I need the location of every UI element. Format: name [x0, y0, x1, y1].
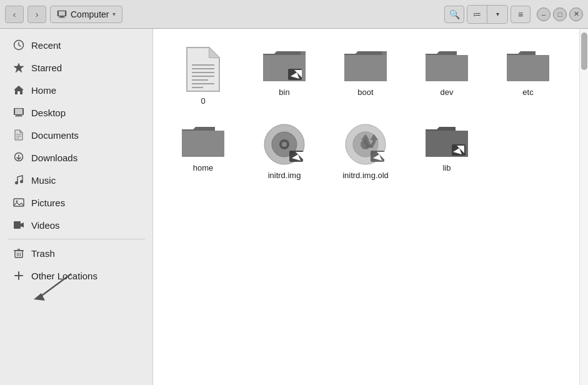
folder-etc-icon [506, 46, 551, 84]
svg-point-18 [16, 201, 18, 202]
svg-rect-17 [14, 199, 24, 206]
sidebar-item-videos[interactable]: Videos [2, 214, 150, 236]
sidebar: Recent Starred Home [0, 29, 153, 385]
svg-point-15 [15, 181, 18, 184]
sidebar-item-recent[interactable]: Recent [2, 34, 150, 56]
svg-rect-9 [15, 116, 22, 117]
svg-rect-3 [59, 17, 65, 18]
file-item-dev[interactable]: dev [409, 41, 484, 111]
svg-marker-5 [14, 63, 24, 72]
sidebar-label-downloads: Downloads [31, 152, 77, 163]
sidebar-label-other-locations: Other Locations [31, 271, 97, 281]
folder-bin-label: bin [279, 88, 289, 97]
folder-bin-icon [262, 46, 307, 84]
folder-home-icon [181, 122, 226, 159]
sidebar-label-home: Home [31, 85, 56, 96]
svg-rect-45 [182, 131, 224, 157]
list-view-icon: ≔ [473, 9, 481, 19]
close-button[interactable]: ✕ [569, 8, 583, 21]
svg-rect-43 [426, 55, 468, 81]
svg-marker-6 [14, 86, 24, 94]
sidebar-item-starred[interactable]: Starred [2, 56, 150, 79]
view-toggle-group: ≔ ▾ [467, 5, 508, 24]
file-item-lib[interactable]: lib [409, 117, 484, 185]
sidebar-divider [7, 239, 145, 239]
trash-icon [12, 247, 25, 259]
main-content: Recent Starred Home [0, 29, 588, 385]
folder-lib-icon [424, 122, 469, 159]
sidebar-item-trash[interactable]: Trash [2, 242, 150, 264]
sidebar-label-recent: Recent [31, 40, 61, 51]
location-button[interactable]: Computer ▾ [50, 6, 122, 23]
folder-etc-label: etc [522, 88, 533, 97]
file-item-initrd[interactable]: initrd.img [247, 117, 322, 185]
downloads-icon [12, 151, 25, 164]
pictures-icon [12, 196, 25, 209]
sidebar-item-documents[interactable]: Documents [2, 124, 150, 146]
view-dropdown-button[interactable]: ▾ [487, 6, 507, 23]
file-0-icon [184, 46, 222, 92]
file-item-home[interactable]: home [166, 117, 241, 185]
scrollbar[interactable] [579, 29, 588, 385]
folder-boot-label: boot [357, 88, 373, 97]
location-dropdown-icon: ▾ [112, 11, 116, 18]
file-item-bin[interactable]: bin [247, 41, 322, 111]
sidebar-item-downloads[interactable]: Downloads [2, 146, 150, 169]
folder-home-label: home [193, 163, 214, 172]
hamburger-icon: ≡ [518, 9, 523, 19]
svg-marker-30 [34, 293, 45, 301]
svg-rect-19 [14, 221, 21, 229]
svg-rect-2 [60, 16, 64, 18]
view-dropdown-icon: ▾ [496, 11, 499, 18]
sidebar-item-music[interactable]: Music [2, 169, 150, 191]
documents-icon [12, 129, 25, 141]
sidebar-label-videos: Videos [31, 220, 60, 231]
sidebar-item-desktop[interactable]: Desktop [2, 101, 150, 124]
location-label: Computer [71, 9, 109, 19]
file-area: 0 bin [153, 29, 579, 385]
music-icon [12, 174, 25, 186]
file-item-0[interactable]: 0 [166, 41, 241, 111]
disk-initrd-old-icon [343, 122, 388, 167]
file-0-label: 0 [201, 96, 205, 106]
svg-marker-20 [21, 222, 24, 228]
folder-lib-label: lib [442, 163, 451, 172]
svg-point-49 [282, 142, 287, 147]
search-button[interactable]: 🔍 [444, 6, 464, 23]
sidebar-label-starred: Starred [31, 62, 62, 73]
list-view-button[interactable]: ≔ [467, 6, 487, 23]
sidebar-label-documents: Documents [31, 130, 79, 141]
videos-icon [12, 219, 25, 231]
menu-button[interactable]: ≡ [511, 6, 531, 23]
plus-icon [12, 269, 25, 282]
svg-rect-10 [15, 109, 22, 114]
search-icon: 🔍 [449, 9, 460, 19]
sidebar-label-pictures: Pictures [31, 198, 65, 208]
desktop-icon [12, 106, 25, 119]
file-item-initrd-old[interactable]: initrd.img.old [328, 117, 403, 185]
sidebar-item-other-locations[interactable]: Other Locations [2, 264, 150, 287]
svg-rect-44 [507, 55, 549, 81]
file-item-etc[interactable]: etc [491, 41, 566, 111]
recent-icon [12, 39, 25, 51]
svg-rect-42 [344, 55, 387, 81]
computer-icon [57, 9, 67, 19]
sidebar-item-pictures[interactable]: Pictures [2, 191, 150, 214]
disk-initrd-label: initrd.img [268, 171, 301, 180]
minimize-button[interactable]: – [537, 8, 551, 21]
maximize-button[interactable]: □ [553, 8, 567, 21]
folder-boot-icon [343, 46, 388, 84]
window-controls: – □ ✕ [537, 8, 583, 21]
svg-rect-1 [59, 11, 65, 16]
svg-rect-8 [16, 115, 22, 116]
file-item-boot[interactable]: boot [328, 41, 403, 111]
star-icon [12, 61, 25, 74]
sidebar-label-trash: Trash [31, 248, 55, 259]
forward-button[interactable]: › [27, 6, 46, 23]
sidebar-label-desktop: Desktop [31, 108, 66, 118]
sidebar-item-home[interactable]: Home [2, 79, 150, 101]
back-button[interactable]: ‹ [5, 6, 24, 23]
home-icon [12, 84, 25, 96]
folder-dev-label: dev [441, 88, 454, 97]
disk-initrd-old-label: initrd.img.old [342, 171, 389, 180]
